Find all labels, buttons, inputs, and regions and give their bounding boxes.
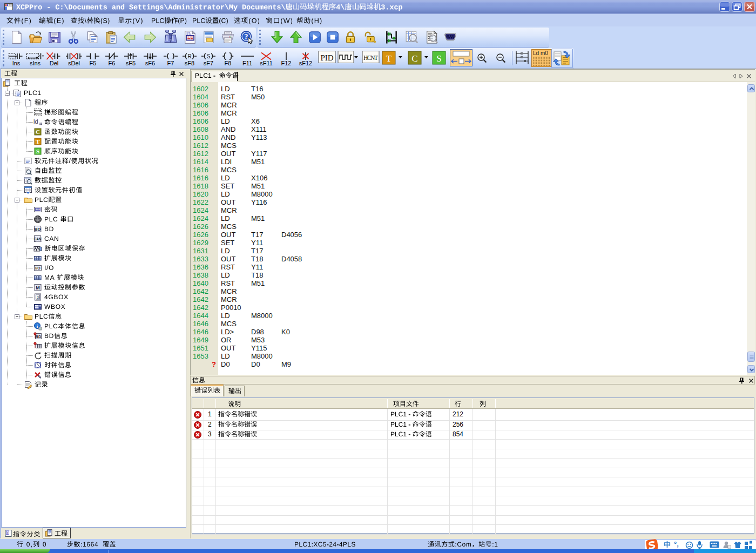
- svg-text:ld: ld: [33, 118, 38, 125]
- svg-text:I: I: [7, 531, 8, 535]
- svg-text:I/O: I/O: [35, 266, 40, 270]
- svg-text:S: S: [207, 53, 211, 59]
- svg-text:R: R: [187, 53, 191, 59]
- svg-text:PID: PID: [320, 53, 333, 62]
- svg-text:Ld m0: Ld m0: [533, 50, 548, 56]
- svg-text:S: S: [36, 148, 39, 154]
- svg-text:T: T: [386, 53, 392, 64]
- svg-text:S: S: [436, 53, 441, 64]
- svg-text:C: C: [411, 53, 417, 64]
- svg-text:M: M: [36, 285, 40, 291]
- svg-text:BD: BD: [36, 334, 42, 339]
- svg-text:HCNT: HCNT: [363, 55, 378, 61]
- svg-text:D: D: [37, 295, 39, 299]
- svg-text:***: ***: [36, 208, 40, 212]
- svg-text:CAN: CAN: [33, 237, 41, 241]
- svg-text:T: T: [36, 138, 40, 145]
- svg-text:BD: BD: [35, 227, 41, 232]
- svg-text:C: C: [36, 129, 40, 135]
